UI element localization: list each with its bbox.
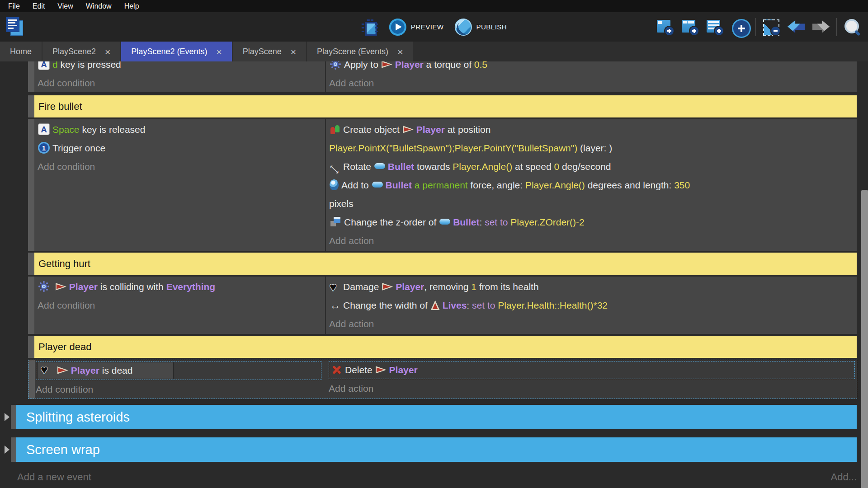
add-event-icon[interactable] bbox=[656, 18, 675, 36]
player-object-icon bbox=[382, 282, 393, 291]
condition[interactable]: Player is colliding with Everything bbox=[38, 277, 325, 296]
redo-icon[interactable] bbox=[811, 18, 830, 36]
menu-item-view[interactable]: View bbox=[57, 2, 73, 10]
action[interactable]: pixels bbox=[329, 194, 857, 213]
action[interactable]: Change the width of Lives: set to Player… bbox=[329, 296, 857, 314]
tab-close-icon[interactable]: × bbox=[397, 47, 403, 56]
comment-row[interactable]: Player dead bbox=[28, 336, 857, 358]
bullet-object-icon bbox=[372, 182, 383, 188]
add-action[interactable]: Add action bbox=[329, 314, 857, 333]
condition[interactable]: Player is dead bbox=[37, 362, 174, 379]
delete-selection-icon[interactable] bbox=[762, 18, 781, 36]
search-icon[interactable] bbox=[843, 18, 862, 36]
add-new-event-button[interactable]: Add a new event bbox=[17, 471, 91, 483]
add-comment-icon[interactable] bbox=[706, 18, 725, 36]
heart-icon bbox=[330, 281, 340, 292]
events-sheet: d key is pressedAdd conditionApply to Pl… bbox=[0, 61, 868, 488]
conditions-column: Player is deadAdd condition bbox=[35, 360, 324, 399]
menu-item-window[interactable]: Window bbox=[86, 2, 112, 10]
action[interactable]: Change the z-order of Bullet: set to Pla… bbox=[329, 213, 857, 231]
add-subevent-icon[interactable] bbox=[681, 18, 700, 36]
tab-playscene[interactable]: PlayScene× bbox=[233, 42, 306, 61]
tab-playscene-events-[interactable]: PlayScene (Events)× bbox=[307, 42, 413, 61]
trigger-once-icon bbox=[38, 142, 50, 154]
player-object-icon bbox=[376, 365, 387, 374]
publish-button[interactable]: PUBLISH bbox=[454, 19, 507, 36]
comment-row[interactable]: Fire bullet bbox=[28, 95, 857, 117]
tab-label: PlayScene2 (Events) bbox=[131, 47, 207, 56]
add-circle-icon[interactable] bbox=[731, 18, 750, 36]
comment-bar[interactable]: Player dead bbox=[34, 336, 857, 358]
events-list: d key is pressedAdd conditionApply to Pl… bbox=[0, 61, 868, 462]
condition[interactable]: Trigger once bbox=[38, 139, 325, 157]
action[interactable]: Add to Bullet a permanent force, angle: … bbox=[329, 176, 857, 194]
preview-button[interactable]: PREVIEW bbox=[389, 19, 444, 36]
keyboard-icon bbox=[38, 123, 50, 135]
condition[interactable]: d key is pressed bbox=[38, 61, 325, 74]
scrollbar-track[interactable] bbox=[861, 61, 868, 488]
add-condition[interactable]: Add condition bbox=[38, 296, 325, 314]
undo-icon[interactable] bbox=[787, 18, 806, 36]
tab-home[interactable]: Home bbox=[0, 42, 42, 61]
actions-column: Damage Player, removing 1 from its healt… bbox=[325, 277, 857, 334]
selection-box: Delete Player bbox=[329, 361, 855, 379]
bullet-object-icon bbox=[439, 219, 450, 225]
add-condition[interactable]: Add condition bbox=[38, 74, 325, 92]
publish-icon bbox=[454, 19, 472, 36]
action[interactable]: Damage Player, removing 1 from its healt… bbox=[329, 277, 857, 296]
physics-icon bbox=[38, 281, 50, 292]
preview-label: PREVIEW bbox=[411, 23, 444, 31]
debug-icon[interactable] bbox=[361, 18, 378, 36]
action[interactable]: Create object Player at position bbox=[329, 120, 857, 139]
group-bar[interactable]: Screen wrap bbox=[16, 437, 857, 462]
player-object-icon bbox=[403, 125, 414, 134]
comment-text: Fire bullet bbox=[38, 101, 82, 113]
action[interactable]: Player.PointX("BulletSpawn");Player.Poin… bbox=[329, 139, 857, 157]
conditions-column: Space key is releasedTrigger onceAdd con… bbox=[34, 119, 325, 251]
drag-handle bbox=[11, 405, 16, 429]
comment-bar[interactable]: Fire bullet bbox=[34, 95, 857, 117]
toolbar-separator bbox=[836, 18, 837, 36]
player-object-icon bbox=[57, 366, 68, 375]
collapse-caret-icon[interactable] bbox=[5, 413, 9, 421]
condition[interactable]: Space key is released bbox=[38, 120, 325, 139]
action[interactable]: Delete Player bbox=[330, 362, 854, 378]
scrollbar-thumb[interactable] bbox=[861, 190, 868, 488]
add-condition[interactable]: Add condition bbox=[38, 157, 325, 176]
collapse-caret-icon[interactable] bbox=[5, 446, 9, 454]
add-action[interactable]: Add action bbox=[329, 231, 857, 250]
group-bar[interactable]: Splitting asteroids bbox=[16, 405, 857, 429]
menu-item-help[interactable]: Help bbox=[124, 2, 139, 10]
event-row: Player is deadAdd conditionDelete Player… bbox=[28, 360, 857, 399]
drag-handle bbox=[28, 95, 34, 117]
group-row[interactable]: Screen wrap bbox=[5, 437, 857, 462]
tab-label: PlayScene2 bbox=[52, 47, 96, 56]
preview-icon bbox=[389, 19, 406, 36]
comment-bar[interactable]: Getting hurt bbox=[34, 253, 857, 275]
project-manager-icon[interactable] bbox=[5, 16, 24, 38]
add-action[interactable]: Add action bbox=[329, 74, 857, 92]
zorder-icon bbox=[330, 216, 341, 227]
physics-icon bbox=[330, 61, 341, 70]
heart-icon bbox=[41, 364, 52, 376]
delete-icon bbox=[331, 364, 342, 375]
drag-handle bbox=[28, 61, 34, 92]
tab-playscene2-events-[interactable]: PlayScene2 (Events)× bbox=[121, 42, 231, 61]
tab-close-icon[interactable]: × bbox=[291, 47, 296, 56]
group-row[interactable]: Splitting asteroids bbox=[5, 405, 857, 429]
drag-handle bbox=[28, 277, 34, 334]
drag-handle bbox=[11, 437, 16, 462]
lives-object-icon bbox=[431, 300, 440, 310]
conditions-column: Player is colliding with EverythingAdd c… bbox=[34, 277, 325, 334]
menu-item-edit[interactable]: Edit bbox=[33, 2, 45, 10]
action[interactable]: Apply to Player a torque of 0.5 bbox=[329, 61, 857, 74]
action[interactable]: Rotate Bullet towards Player.Angle() at … bbox=[329, 157, 857, 176]
add-more-button[interactable]: Add... bbox=[831, 471, 857, 483]
tab-playscene2[interactable]: PlayScene2× bbox=[42, 42, 120, 61]
comment-row[interactable]: Getting hurt bbox=[28, 253, 857, 275]
tab-close-icon[interactable]: × bbox=[216, 47, 222, 56]
add-condition[interactable]: Add condition bbox=[36, 380, 321, 399]
tab-close-icon[interactable]: × bbox=[105, 47, 110, 56]
menu-item-file[interactable]: File bbox=[8, 2, 20, 10]
add-action[interactable]: Add action bbox=[329, 379, 855, 398]
